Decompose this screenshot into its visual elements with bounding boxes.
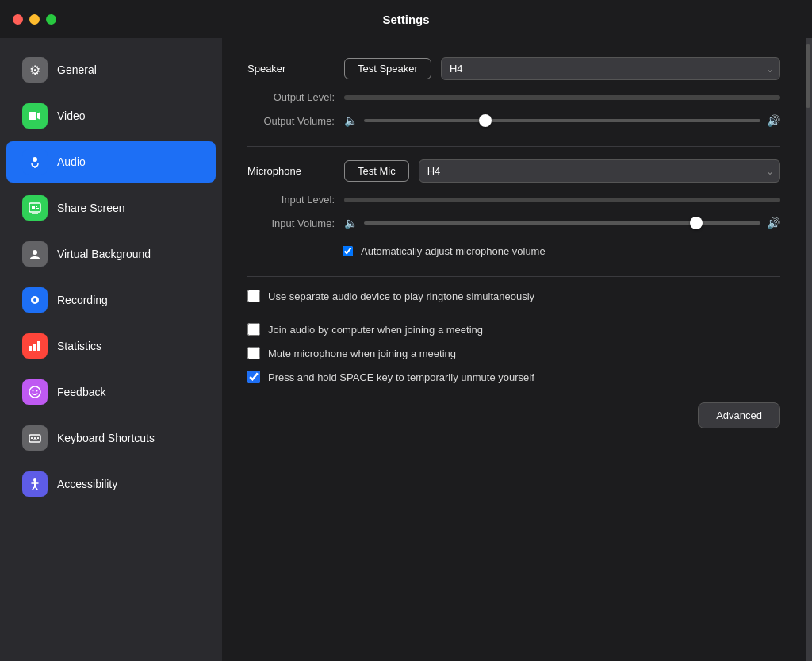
sidebar-item-feedback[interactable]: Feedback xyxy=(6,371,216,413)
auto-adjust-label: Automatically adjust microphone volume xyxy=(361,245,546,257)
close-button[interactable] xyxy=(13,14,23,25)
input-volume-low-icon: 🔈 xyxy=(344,217,358,229)
checkbox-row-mute-mic: Mute microphone when joining a meeting xyxy=(247,347,780,359)
advanced-button[interactable]: Advanced xyxy=(698,402,780,428)
input-volume-high-icon: 🔊 xyxy=(767,217,780,229)
checkbox-row-separate-audio: Use separate audio device to play ringto… xyxy=(247,290,780,302)
scrollbar-thumb[interactable] xyxy=(806,44,810,108)
auto-adjust-row: Automatically adjust microphone volume xyxy=(343,245,780,257)
auto-adjust-checkbox[interactable] xyxy=(343,246,353,256)
svg-rect-7 xyxy=(36,206,37,207)
svg-point-15 xyxy=(29,386,40,398)
sidebar-item-statistics[interactable]: Statistics xyxy=(6,325,216,367)
svg-point-2 xyxy=(33,157,37,162)
divider-2 xyxy=(247,276,780,277)
advanced-btn-row: Advanced xyxy=(247,402,780,428)
speaker-label: Speaker xyxy=(247,63,335,75)
svg-rect-13 xyxy=(33,344,36,351)
svg-point-11 xyxy=(33,298,36,302)
sidebar-item-share-screen[interactable]: Share Screen xyxy=(6,187,216,229)
separate-audio-checkbox[interactable] xyxy=(247,290,260,302)
accessibility-icon xyxy=(22,471,48,497)
speaker-device-wrapper: H4 ⌄ xyxy=(441,57,780,80)
recording-icon xyxy=(22,287,48,313)
sidebar-label-keyboard-shortcuts: Keyboard Shortcuts xyxy=(57,432,155,444)
microphone-device-select[interactable]: H4 xyxy=(419,159,780,183)
output-level-label: Output Level: xyxy=(247,91,335,103)
svg-point-16 xyxy=(33,390,34,392)
input-volume-label: Input Volume: xyxy=(247,217,335,229)
input-level-bar xyxy=(344,198,780,202)
svg-rect-14 xyxy=(37,341,40,351)
mute-mic-checkbox[interactable] xyxy=(247,347,260,359)
feedback-icon xyxy=(22,379,48,405)
output-volume-row: Output Volume: 🔈 🔊 xyxy=(247,114,780,127)
volume-low-icon: 🔈 xyxy=(344,114,358,127)
options-section: Use separate audio device to play ringto… xyxy=(247,290,780,383)
volume-high-icon: 🔊 xyxy=(767,114,780,127)
title-bar: Settings xyxy=(0,0,812,38)
mute-mic-label: Mute microphone when joining a meeting xyxy=(268,348,456,359)
sidebar-item-audio[interactable]: Audio xyxy=(6,141,216,183)
scrollbar[interactable] xyxy=(806,38,812,661)
press-space-label: Press and hold SPACE key to temporarily … xyxy=(268,371,534,383)
sidebar-label-accessibility: Accessibility xyxy=(57,478,117,490)
input-level-row: Input Level: xyxy=(247,194,780,206)
input-volume-row: Input Volume: 🔈 🔊 xyxy=(247,217,780,229)
minimize-button[interactable] xyxy=(29,14,40,25)
sidebar-label-share-screen: Share Screen xyxy=(57,202,125,214)
svg-rect-0 xyxy=(29,112,36,120)
input-level-label: Input Level: xyxy=(247,194,335,206)
input-volume-slider[interactable] xyxy=(364,221,760,225)
general-icon: ⚙ xyxy=(22,57,48,83)
sidebar: ⚙ General Video Audio Share Screen Vir xyxy=(0,38,222,661)
sidebar-item-recording[interactable]: Recording xyxy=(6,279,216,321)
speaker-device-select[interactable]: H4 xyxy=(441,57,780,80)
statistics-icon xyxy=(22,333,48,359)
svg-rect-8 xyxy=(36,208,39,209)
sidebar-item-accessibility[interactable]: Accessibility xyxy=(6,463,216,505)
output-level-bar xyxy=(344,95,780,100)
test-mic-button[interactable]: Test Mic xyxy=(344,160,409,182)
microphone-label: Microphone xyxy=(247,165,335,177)
speaker-section: Speaker Test Speaker H4 ⌄ Output Level: … xyxy=(247,57,780,127)
sidebar-item-video[interactable]: Video xyxy=(6,95,216,136)
output-volume-slider-wrapper: 🔈 🔊 xyxy=(344,114,780,127)
press-space-checkbox[interactable] xyxy=(247,371,260,383)
output-volume-label: Output Volume: xyxy=(247,115,335,127)
input-volume-slider-wrapper: 🔈 🔊 xyxy=(344,217,780,229)
svg-rect-19 xyxy=(31,437,33,439)
sidebar-label-statistics: Statistics xyxy=(57,340,102,352)
microphone-device-row: Microphone Test Mic H4 ⌄ xyxy=(247,159,780,183)
maximize-button[interactable] xyxy=(46,14,56,25)
join-audio-label: Join audio by computer when joining a me… xyxy=(268,324,483,336)
main-layout: ⚙ General Video Audio Share Screen Vir xyxy=(0,38,812,661)
svg-rect-22 xyxy=(33,440,37,441)
checkbox-row-press-space: Press and hold SPACE key to temporarily … xyxy=(247,371,780,383)
speaker-device-row: Speaker Test Speaker H4 ⌄ xyxy=(247,57,780,80)
share-screen-icon xyxy=(22,195,48,221)
output-volume-slider[interactable] xyxy=(364,119,760,122)
separate-audio-label: Use separate audio device to play ringto… xyxy=(268,290,534,302)
keyboard-shortcuts-icon xyxy=(22,425,48,451)
sidebar-label-general: General xyxy=(57,63,97,76)
microphone-section: Microphone Test Mic H4 ⌄ Input Level: In… xyxy=(247,159,780,257)
audio-icon xyxy=(22,149,48,175)
sidebar-item-virtual-background[interactable]: Virtual Background xyxy=(6,233,216,275)
test-speaker-button[interactable]: Test Speaker xyxy=(344,58,431,79)
virtual-background-icon xyxy=(22,241,48,267)
svg-rect-20 xyxy=(34,437,36,439)
join-audio-checkbox[interactable] xyxy=(247,323,260,336)
sidebar-item-keyboard-shortcuts[interactable]: Keyboard Shortcuts xyxy=(6,417,216,459)
sidebar-item-general[interactable]: ⚙ General xyxy=(6,49,216,90)
svg-rect-6 xyxy=(32,206,35,209)
divider-1 xyxy=(247,146,780,147)
window-title: Settings xyxy=(382,13,429,26)
sidebar-label-virtual-background: Virtual Background xyxy=(57,248,151,260)
svg-point-9 xyxy=(33,250,37,255)
sidebar-label-audio: Audio xyxy=(57,156,86,168)
content-area: Speaker Test Speaker H4 ⌄ Output Level: … xyxy=(222,38,806,661)
output-level-row: Output Level: xyxy=(247,91,780,103)
sidebar-label-video: Video xyxy=(57,110,86,122)
checkbox-row-join-audio: Join audio by computer when joining a me… xyxy=(247,323,780,336)
